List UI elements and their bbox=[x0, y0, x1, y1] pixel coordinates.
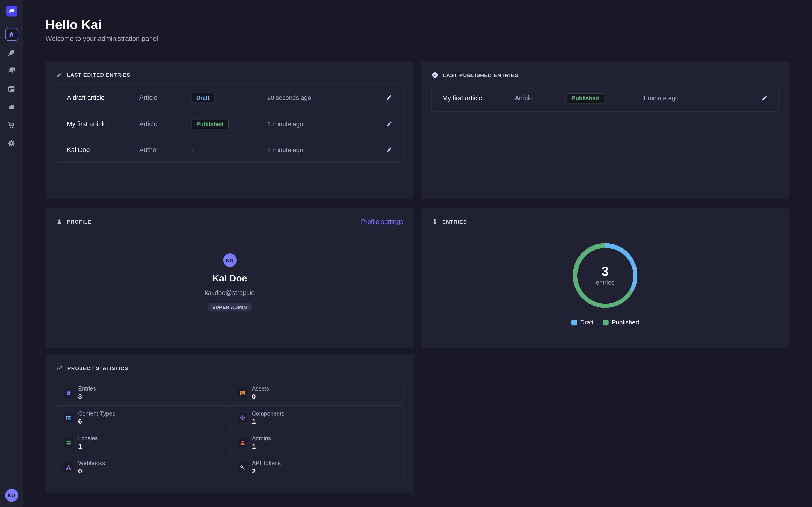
stat-value: 6 bbox=[78, 417, 115, 425]
pencil-icon bbox=[385, 94, 393, 101]
table-row: My first article Article Published 1 min… bbox=[432, 86, 778, 111]
status-badge: - bbox=[191, 147, 193, 154]
legend-label: Draft bbox=[580, 319, 594, 326]
edit-entry-button[interactable] bbox=[379, 120, 393, 127]
draft-swatch bbox=[571, 320, 577, 325]
key-icon bbox=[239, 464, 246, 471]
stat-value: 0 bbox=[78, 467, 105, 475]
sidebar-item-home[interactable] bbox=[5, 28, 18, 41]
legend-label: Published bbox=[612, 319, 639, 326]
stat-value: 1 bbox=[78, 442, 98, 450]
stat-locales: Locales1 bbox=[56, 430, 230, 455]
sidebar-divider-top bbox=[0, 22, 23, 22]
profile-settings-link[interactable]: Profile settings bbox=[361, 218, 403, 226]
legend-item-published: Published bbox=[603, 319, 639, 326]
stats-grid: Entries3 Assets0 Content-Types6 Componen… bbox=[56, 380, 404, 480]
trend-up-icon bbox=[56, 364, 63, 371]
table-row: Kai Doe Author - 1 minute ago bbox=[56, 136, 403, 163]
stat-label: Entries bbox=[78, 385, 96, 391]
stat-label: Admins bbox=[252, 435, 271, 441]
entry-time: 1 minute ago bbox=[267, 120, 379, 127]
card-title: PROFILE bbox=[67, 219, 91, 224]
stat-value: 1 bbox=[252, 417, 284, 425]
sidebar-bottom: KD bbox=[0, 484, 23, 507]
components-icon bbox=[239, 414, 246, 421]
profile-role-badge: SUPER ADMIN bbox=[208, 303, 252, 312]
status-badge: Draft bbox=[191, 93, 215, 103]
stat-assets: Assets0 bbox=[230, 380, 403, 405]
entry-type: Article bbox=[515, 95, 567, 102]
published-swatch bbox=[603, 320, 609, 325]
stat-label: API Tokens bbox=[252, 460, 281, 466]
entry-name: A draft article bbox=[67, 94, 139, 101]
edit-entry-button[interactable] bbox=[379, 94, 393, 101]
strapi-logo[interactable] bbox=[6, 6, 17, 16]
sidebar-item-content-manager[interactable] bbox=[5, 46, 18, 59]
last-edited-table: A draft article Article Draft 20 seconds… bbox=[56, 84, 404, 163]
sidebar-divider-bottom bbox=[0, 484, 23, 484]
profile-card: PROFILE Profile settings KD Kai Doe kai.… bbox=[46, 208, 414, 348]
entry-time: 20 seconds ago bbox=[267, 94, 379, 101]
person-icon bbox=[56, 218, 63, 225]
sidebar-item-content-type-builder[interactable] bbox=[5, 82, 18, 95]
stat-entries: Entries3 bbox=[56, 380, 230, 405]
table-row: My first article Article Published 1 min… bbox=[56, 111, 403, 136]
legend-item-draft: Draft bbox=[571, 319, 594, 326]
profile-avatar: KD bbox=[223, 253, 236, 267]
stat-admins: Admins1 bbox=[230, 430, 403, 455]
strapi-dashboard: KD Hello Kai Welcome to your administrat… bbox=[0, 0, 812, 507]
sidebar-item-settings[interactable] bbox=[5, 136, 18, 150]
edit-entry-button[interactable] bbox=[755, 95, 768, 102]
pawn-icon bbox=[432, 218, 438, 225]
donut-label: entries bbox=[596, 279, 614, 286]
pictures-icon bbox=[7, 66, 16, 75]
entry-time: 1 minute ago bbox=[643, 95, 755, 102]
check-circle-icon bbox=[432, 71, 439, 79]
last-published-entries-card: LAST PUBLISHED ENTRIES My first article … bbox=[421, 61, 789, 199]
entry-name: My first article bbox=[67, 120, 139, 127]
entry-type: Article bbox=[139, 120, 191, 127]
page-subtitle: Welcome to your administration panel bbox=[46, 35, 789, 42]
donut-chart: 3 entries bbox=[573, 243, 638, 308]
stat-value: 3 bbox=[78, 392, 96, 400]
stat-components: Components1 bbox=[230, 405, 403, 430]
sidebar-item-marketplace[interactable] bbox=[5, 118, 18, 131]
pencil-icon bbox=[56, 71, 63, 78]
entry-time: 1 minute ago bbox=[267, 146, 379, 154]
last-edited-entries-card: LAST EDITED ENTRIES A draft article Arti… bbox=[46, 61, 414, 199]
sidebar-item-media-library[interactable] bbox=[5, 64, 18, 77]
user-avatar[interactable]: KD bbox=[5, 489, 18, 502]
document-icon bbox=[65, 389, 72, 396]
pencil-icon bbox=[385, 146, 393, 154]
donut-total: 3 bbox=[602, 265, 609, 278]
chart-legend: Draft Published bbox=[571, 319, 639, 326]
stat-value: 2 bbox=[252, 467, 281, 475]
cloud-icon bbox=[7, 103, 16, 111]
gear-icon bbox=[7, 139, 15, 147]
entry-name: Kai Doe bbox=[67, 146, 139, 154]
image-icon bbox=[239, 389, 246, 396]
stat-webhooks: Webhooks0 bbox=[56, 455, 230, 480]
sidebar-nav bbox=[5, 28, 18, 150]
entry-type: Author bbox=[139, 146, 191, 154]
entries-card: ENTRIES 3 entries Draft bbox=[421, 208, 789, 348]
sidebar: KD bbox=[0, 0, 23, 507]
edit-entry-button[interactable] bbox=[379, 146, 393, 154]
stat-label: Components bbox=[252, 410, 284, 417]
entries-chart: 3 entries Draft Published bbox=[421, 243, 789, 326]
status-badge: Published bbox=[567, 93, 604, 103]
main-content: Hello Kai Welcome to your administration… bbox=[23, 0, 812, 507]
stat-api-tokens: API Tokens2 bbox=[230, 455, 403, 480]
entry-name: My first article bbox=[442, 95, 515, 102]
table-row: A draft article Article Draft 20 seconds… bbox=[56, 85, 403, 111]
project-statistics-card: PROJECT STATISTICS Entries3 Assets0 Cont… bbox=[46, 354, 414, 494]
pencil-icon bbox=[761, 95, 768, 102]
globe-icon bbox=[65, 439, 72, 446]
pencil-icon bbox=[385, 120, 393, 127]
profile-name: Kai Doe bbox=[212, 273, 247, 284]
stat-content-types: Content-Types6 bbox=[56, 405, 230, 430]
stat-label: Webhooks bbox=[78, 460, 105, 466]
sidebar-item-cloud[interactable] bbox=[5, 100, 18, 113]
stat-value: 1 bbox=[252, 442, 271, 450]
last-published-table: My first article Article Published 1 min… bbox=[432, 85, 779, 112]
